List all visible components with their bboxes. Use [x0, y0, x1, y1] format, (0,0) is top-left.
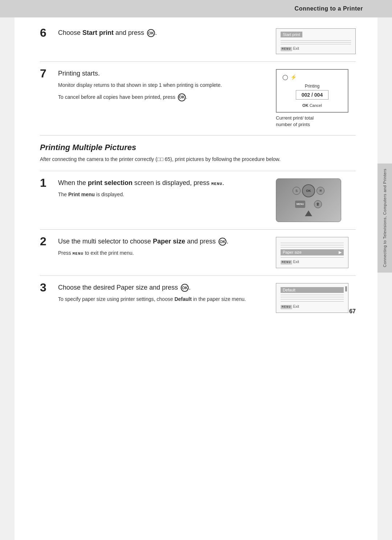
sub-step-2-ok-icon: OK: [219, 238, 226, 246]
step-7-ok-icon: OK: [178, 93, 186, 101]
sub-step-2-line-3: [281, 247, 344, 247]
header-bar: Connecting to a Printer: [0, 0, 392, 17]
sub-step-3-container: 3 Choose the desired Paper size and pres…: [40, 283, 356, 313]
step-7-left: 7 Printing starts. Monitor display retur…: [40, 69, 269, 105]
sub-step-1-trash-btn: 🗑: [314, 200, 322, 208]
sub-step-2-title: Use the multi selector to choose Paper s…: [58, 237, 269, 246]
step-7-title: Printing starts.: [58, 69, 269, 78]
sub-step-2-line-2: [281, 245, 344, 245]
step-7-content: Printing starts. Monitor display returns…: [58, 69, 269, 101]
step-7-top-icons: ◯ ⚡: [282, 74, 342, 80]
step-6-line-2: [281, 42, 351, 43]
section-heading: Printing Multiple Pictures: [40, 143, 356, 152]
step-7-cancel: OK Cancel: [282, 103, 342, 108]
sub-step-3-scrollbar: [345, 286, 347, 291]
sub-step-1-s-btn: S: [293, 187, 301, 195]
sub-step-3-body: To specify paper size using printer sett…: [58, 295, 269, 303]
sidebar-tab-label: Connecting to Televisions, Computers and…: [383, 169, 387, 267]
sub-step-2-screen: Paper size ▶ MENU Exit: [276, 237, 348, 268]
sub-step-3-bold: Default: [175, 296, 192, 302]
step-7-number: 7: [40, 68, 58, 79]
step-6-number: 6: [40, 27, 58, 39]
page: Connecting to a Printer 6 Choose Start p…: [15, 0, 377, 540]
sub-step-1-print-menu: Print menu: [68, 192, 95, 197]
sub-step-2-left: 2 Use the multi selector to choose Paper…: [40, 237, 269, 261]
sub-step-2-menu-exit: MENU: [281, 260, 292, 265]
step-6-container: 6 Choose Start print and press OK. Start…: [40, 28, 356, 54]
step-6-image: Start print MENU Exit: [276, 28, 356, 54]
step-7-body1: Monitor display returns to that shown in…: [58, 81, 269, 89]
section-intro: After connecting the camera to the print…: [40, 155, 356, 163]
step-6-screen-selected: Start print: [281, 32, 302, 37]
divider-section-1: [40, 171, 356, 171]
sub-step-2-line-1: [281, 243, 344, 243]
sub-step-1-left: 1 When the print selection screen is dis…: [40, 178, 269, 202]
step-7-body2: To cancel before all copies have been pr…: [58, 93, 269, 101]
sub-step-3-number: 3: [40, 282, 58, 293]
sub-step-3-selected-text: Default: [283, 288, 295, 292]
sub-step-3-row: 3 Choose the desired Paper size and pres…: [40, 283, 356, 313]
step-7-caption-line1: Current print/ total: [276, 115, 314, 121]
step-7-container: 7 Printing starts. Monitor display retur…: [40, 69, 356, 128]
sub-step-2-header: 2 Use the multi selector to choose Paper…: [40, 237, 269, 257]
divider-7-section: [40, 135, 356, 136]
sub-step-1-header: 1 When the print selection screen is dis…: [40, 178, 269, 199]
sub-step-1-body: The Print menu is displayed.: [58, 190, 269, 198]
power-icon: ◯: [282, 74, 288, 80]
step-7-image: ◯ ⚡ Printing 002 / 004 OK Cancel Current…: [276, 69, 356, 128]
step-6-line-1: [281, 40, 351, 41]
sub-step-1-content: When the print selection screen is displ…: [58, 178, 269, 199]
sub-step-2-selected-text: Paper size: [283, 250, 302, 255]
page-number: 67: [349, 308, 356, 315]
step-6-row: 6 Choose Start print and press OK. Start…: [40, 28, 356, 54]
sub-step-3-line-2: [281, 297, 344, 297]
sub-step-3-screen: Default MENU Exit: [276, 283, 348, 313]
sub-step-1-btn-row2: MENU 🗑: [295, 200, 322, 208]
step-7-caption: Current print/ total number of prints: [276, 115, 356, 128]
sub-step-2-content: Use the multi selector to choose Paper s…: [58, 237, 269, 257]
sub-step-1-ok-btn: OK: [302, 184, 315, 197]
sub-step-3-left: 3 Choose the desired Paper size and pres…: [40, 283, 269, 307]
sub-step-1-number: 1: [40, 177, 58, 189]
step-6-line-3: [281, 44, 351, 44]
sub-step-2-image: Paper size ▶ MENU Exit: [276, 237, 356, 268]
sub-step-2-exit: MENU Exit: [281, 260, 344, 264]
sub-step-3-line-4: [281, 301, 344, 302]
sub-step-2-row: 2 Use the multi selector to choose Paper…: [40, 237, 356, 268]
sub-step-1-title: When the print selection screen is displ…: [58, 178, 269, 188]
flash-icon: ⚡: [290, 74, 297, 80]
header-title: Connecting to a Printer: [295, 5, 363, 12]
sub-step-3-ok-icon: OK: [181, 284, 189, 292]
step-6-title: Choose Start print and press OK.: [58, 28, 269, 37]
sub-step-3-header: 3 Choose the desired Paper size and pres…: [40, 283, 269, 303]
sub-step-3-menu-exit: MENU: [281, 305, 292, 309]
sub-step-1-grid-btn: ⊞: [317, 187, 324, 195]
sub-step-1-row: 1 When the print selection screen is dis…: [40, 178, 356, 222]
step-7-display: ◯ ⚡ Printing 002 / 004 OK Cancel: [276, 69, 348, 113]
sub-step-2-menu-key: MENU: [73, 251, 83, 256]
sub-step-2-line-4: [281, 257, 344, 258]
sub-step-2-number: 2: [40, 235, 58, 247]
sidebar-tab: Connecting to Televisions, Computers and…: [377, 164, 392, 273]
sub-step-1-container: 1 When the print selection screen is dis…: [40, 178, 356, 222]
sub-step-1-image: S OK ⊞ MENU 🗑: [276, 178, 356, 222]
main-content: 6 Choose Start print and press OK. Start…: [15, 17, 377, 326]
sub-step-2-container: 2 Use the multi selector to choose Paper…: [40, 237, 356, 268]
sub-step-1-menu-key: MENU: [211, 182, 222, 186]
divider-6-7: [40, 61, 356, 62]
step-7-caption-line2: number of prints: [276, 122, 310, 127]
sub-step-3-content: Choose the desired Paper size and press …: [58, 283, 269, 303]
sub-step-2-arrow: ▶: [339, 250, 342, 255]
step-6-bold: Start print: [82, 29, 114, 36]
sub-step-1-btn-row1: S OK ⊞: [293, 184, 324, 197]
sub-step-3-line-3: [281, 299, 344, 299]
divider-2-3: [40, 275, 356, 276]
sub-step-1-menu-btn: MENU: [295, 201, 305, 208]
sub-step-3-line-1: [281, 295, 344, 295]
sub-step-2-selected: Paper size ▶: [281, 249, 344, 255]
sub-step-1-arrow-up: [305, 210, 312, 216]
sub-step-1-camera-buttons: S OK ⊞ MENU 🗑: [276, 178, 341, 222]
step-7-row: 7 Printing starts. Monitor display retur…: [40, 69, 356, 128]
sub-step-1-bold: print selection: [88, 179, 132, 186]
divider-1-2: [40, 229, 356, 230]
